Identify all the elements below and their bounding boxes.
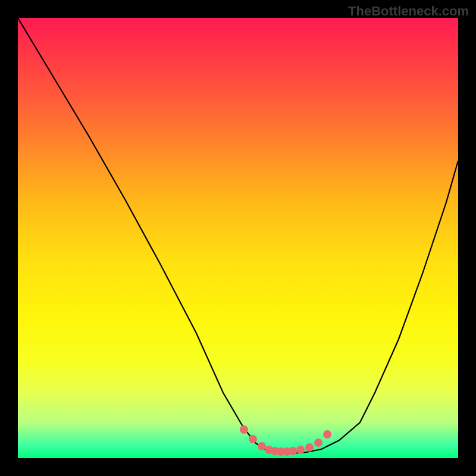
marker-dot — [240, 425, 248, 434]
plot-area — [18, 18, 458, 458]
curve-markers — [240, 425, 331, 456]
marker-dot — [296, 446, 305, 454]
marker-dot — [314, 439, 322, 447]
marker-dot — [323, 430, 331, 439]
marker-dot — [249, 435, 257, 443]
marker-dot — [305, 443, 314, 452]
marker-dot — [289, 447, 297, 455]
marker-dot — [258, 442, 266, 450]
bottleneck-curve — [18, 18, 458, 453]
watermark-text: TheBottleneck.com — [348, 4, 469, 19]
chart-container: TheBottleneck.com — [0, 0, 476, 476]
curve-svg — [18, 18, 458, 458]
